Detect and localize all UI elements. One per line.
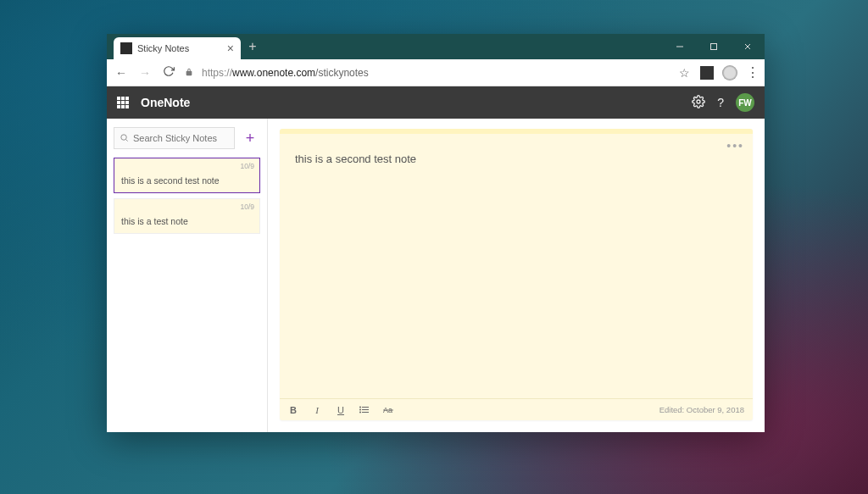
back-button[interactable]: ← [114, 66, 129, 80]
svg-rect-12 [362, 412, 369, 413]
note-menu-icon[interactable]: ••• [726, 139, 744, 153]
lock-icon [185, 67, 193, 79]
app-title: OneNote [141, 96, 680, 109]
extension-icon[interactable] [700, 66, 714, 80]
new-tab-button[interactable]: + [241, 34, 264, 59]
window-maximize-button[interactable] [697, 34, 731, 59]
url-field[interactable]: https://www.onenote.com/stickynotes [202, 67, 668, 79]
svg-rect-8 [362, 407, 369, 408]
svg-line-6 [126, 139, 128, 141]
italic-button[interactable]: I [312, 405, 322, 415]
url-scheme: https:// [202, 67, 232, 79]
note-preview-text: this is a test note [121, 216, 253, 226]
svg-point-7 [359, 407, 361, 408]
tab-close-icon[interactable]: × [227, 42, 234, 55]
browser-addressbar: ← → https://www.onenote.com/stickynotes … [107, 59, 765, 86]
settings-gear-icon[interactable] [692, 95, 705, 111]
browser-window: Sticky Notes × + ← → https://www.onenote… [107, 34, 765, 432]
format-toolbar: B I U Aa Edited: October 9, 2018 [280, 398, 753, 420]
note-preview-text: this is a second test note [121, 175, 253, 186]
tab-favicon [120, 42, 132, 54]
svg-rect-10 [362, 409, 369, 410]
user-avatar-badge[interactable]: FW [736, 93, 754, 112]
forward-button[interactable]: → [137, 66, 153, 80]
note-content-area[interactable]: this is a second test note [280, 134, 753, 398]
url-domain: www.onenote.com [232, 67, 315, 79]
add-note-button[interactable]: + [240, 128, 260, 148]
main-content: ••• this is a second test note B I U Aa … [268, 119, 765, 432]
bullet-list-button[interactable] [359, 406, 370, 414]
svg-point-4 [697, 100, 700, 103]
browser-tab-active[interactable]: Sticky Notes × [114, 37, 241, 59]
tab-title: Sticky Notes [137, 43, 227, 53]
bold-button[interactable]: B [288, 405, 298, 415]
search-input[interactable] [133, 133, 229, 143]
strikethrough-button[interactable]: Aa [383, 406, 393, 414]
note-date-label: 10/9 [240, 162, 254, 170]
app-launcher-icon[interactable] [117, 97, 129, 108]
note-editor: ••• this is a second test note B I U Aa … [280, 129, 753, 420]
reload-button[interactable] [161, 65, 176, 80]
window-close-button[interactable] [731, 34, 765, 59]
bookmark-star-icon[interactable]: ☆ [676, 66, 692, 80]
note-list-item[interactable]: 10/9 this is a test note [114, 198, 260, 234]
svg-point-11 [359, 412, 361, 414]
url-path: /stickynotes [315, 67, 369, 79]
app-header: OneNote ? FW [107, 86, 765, 119]
svg-point-9 [359, 409, 361, 411]
help-icon[interactable]: ? [717, 96, 724, 109]
note-list-item[interactable]: 10/9 this is a second test note [114, 158, 260, 193]
underline-button[interactable]: U [336, 405, 346, 415]
note-date-label: 10/9 [240, 203, 254, 211]
sidebar: + 10/9 this is a second test note 10/9 t… [107, 119, 268, 432]
browser-menu-icon[interactable]: ⋮ [746, 64, 758, 80]
profile-avatar-icon[interactable] [722, 65, 737, 80]
window-minimize-button[interactable] [663, 34, 697, 59]
browser-titlebar: Sticky Notes × + [107, 34, 765, 59]
edited-timestamp: Edited: October 9, 2018 [659, 405, 744, 414]
svg-rect-1 [711, 44, 717, 50]
search-icon [120, 133, 129, 144]
search-box[interactable] [114, 127, 235, 149]
svg-point-5 [121, 134, 126, 139]
